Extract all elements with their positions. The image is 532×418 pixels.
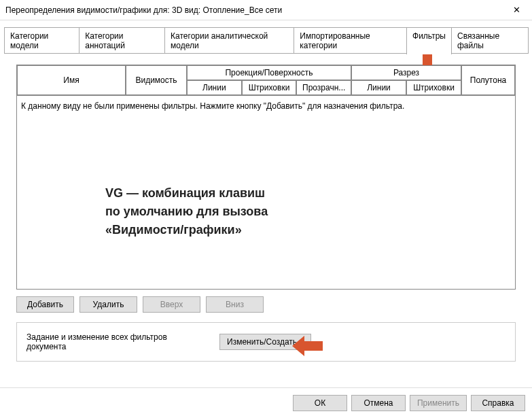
help-button[interactable]: Справка (471, 395, 525, 411)
tab-filters[interactable]: Фильтры (406, 27, 452, 54)
col-section: Разрез (351, 65, 461, 80)
tab-model-categories[interactable]: Категории модели (4, 27, 79, 54)
close-icon: ✕ (513, 5, 520, 15)
col-sec-lines: Линии (351, 80, 406, 95)
button-row: Добавить Удалить Вверх Вниз (16, 296, 516, 313)
down-button: Вниз (206, 296, 264, 313)
up-button: Вверх (143, 296, 200, 313)
close-button[interactable]: ✕ (501, 0, 532, 20)
tab-analytical-categories[interactable]: Категории аналитической модели (164, 27, 294, 54)
add-button[interactable]: Добавить (16, 296, 74, 313)
edit-filters-label: Задание и изменение всех фильтров докуме… (26, 332, 203, 351)
col-proj-patterns: Штриховки (242, 80, 297, 95)
tab-linked-files[interactable]: Связанные файлы (451, 27, 529, 54)
col-visibility: Видимость (126, 65, 187, 95)
col-sec-patterns: Штриховки (406, 80, 461, 95)
cancel-button[interactable]: Отмена (351, 395, 406, 411)
ok-button[interactable]: ОК (293, 395, 347, 411)
apply-button: Применить (410, 395, 467, 411)
empty-message: К данному виду не были применены фильтры… (21, 101, 511, 111)
tabs: Категории модели Категории аннотаций Кат… (0, 20, 532, 54)
window-title: Переопределения видимости/графики для: 3… (5, 5, 501, 15)
table-body: К данному виду не были применены фильтры… (17, 95, 515, 289)
edit-create-button[interactable]: Изменить/Создать... (219, 334, 311, 350)
filters-table: Имя Видимость Проекция/Поверхность Линии… (16, 65, 516, 290)
tab-imported-categories[interactable]: Импортированные категории (294, 27, 407, 54)
col-proj-transparency: Прозрачн... (296, 80, 351, 95)
table-header: Имя Видимость Проекция/Поверхность Линии… (17, 65, 515, 95)
col-proj-lines: Линии (187, 80, 242, 95)
hint-overlay: VG — комбинация клавиш по умолчанию для … (105, 184, 268, 239)
col-name: Имя (17, 65, 126, 95)
dialog-footer: ОК Отмена Применить Справка (0, 387, 532, 418)
title-bar: Переопределения видимости/графики для: 3… (0, 0, 532, 20)
remove-button[interactable]: Удалить (79, 296, 137, 313)
col-projection: Проекция/Поверхность (187, 65, 351, 80)
tab-annotation-categories[interactable]: Категории аннотаций (79, 27, 165, 54)
content-area: Имя Видимость Проекция/Поверхность Линии… (0, 54, 532, 368)
col-halftone: Полутона (461, 65, 515, 95)
edit-filters-panel: Задание и изменение всех фильтров докуме… (16, 322, 516, 362)
